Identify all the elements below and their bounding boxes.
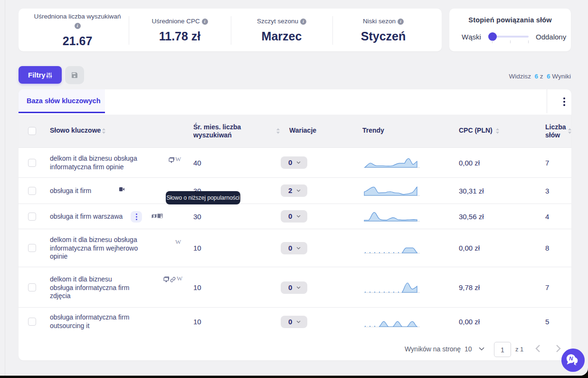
svg-text:N: N <box>569 356 573 361</box>
